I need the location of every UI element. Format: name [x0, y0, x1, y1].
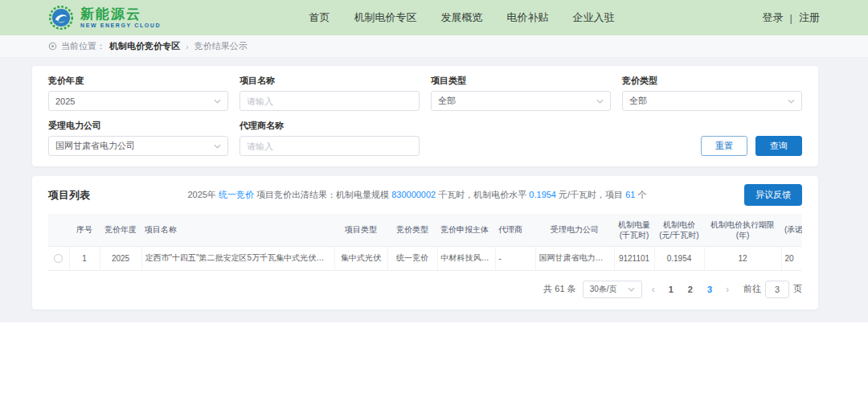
objection-feedback-button[interactable]: 异议反馈 [744, 184, 802, 206]
project-type-value: 全部 [438, 95, 456, 107]
page-size-select[interactable]: 30条/页 [583, 281, 642, 298]
cell-commitment: 20 [781, 246, 802, 270]
page-button-2[interactable]: 2 [684, 285, 697, 294]
chevron-down-icon [214, 99, 221, 104]
cell-mechanism-price: 0.1954 [654, 246, 704, 270]
col-commitment: (承诺 [781, 214, 802, 246]
content-zone: 竞价年度 2025 项目名称 项目类型 全部 竞价类型 [0, 58, 868, 322]
next-page-button[interactable]: › [723, 284, 732, 295]
list-title: 项目列表 [48, 188, 90, 203]
goto-label: 前往 [743, 283, 761, 295]
auth-links: 登录 | 注册 [763, 10, 820, 25]
col-execution-period: 机制电价执行期限(年) [704, 214, 781, 246]
summary-price-level: 0.1954 [529, 190, 556, 199]
field-power-company: 受理电力公司 国网甘肃省电力公司 [48, 120, 228, 156]
bidding-type-label: 竞价类型 [622, 75, 802, 87]
field-project-type: 项目类型 全部 [431, 75, 611, 111]
logo: 新能源云 NEW ENERGY CLOUD [48, 5, 161, 31]
col-declaring-entity: 竞价申报主体 [437, 214, 495, 246]
bidding-year-label: 竞价年度 [48, 75, 228, 87]
bidding-year-select[interactable]: 2025 [48, 91, 228, 111]
search-button[interactable]: 查询 [755, 136, 802, 156]
nav-development-overview[interactable]: 发展概览 [440, 10, 482, 25]
col-project-type: 项目类型 [334, 214, 387, 246]
auth-divider: | [790, 12, 792, 24]
goto-suffix: 页 [793, 283, 802, 295]
breadcrumb-current: 竞价结果公示 [194, 40, 248, 52]
row-radio-button[interactable] [54, 254, 63, 263]
nav-mechanism-price-zone[interactable]: 机制电价专区 [354, 10, 416, 25]
page-button-3-active[interactable]: 3 [703, 285, 716, 294]
col-mechanism-energy: 机制电量(千瓦时) [614, 214, 654, 246]
summary-energy-scale: 830000002 [391, 190, 436, 199]
table-row: 1 2025 定西市"十四五"第二批安定区5万千瓦集中式光伏发电项目 集中式光伏… [48, 246, 802, 270]
cell-project-type: 集中式光伏 [334, 246, 387, 270]
cell-index: 1 [69, 246, 100, 270]
breadcrumb: 当前位置： 机制电价竞价专区 › 竞价结果公示 [0, 35, 868, 58]
agent-name-input[interactable] [247, 141, 412, 151]
nav-home[interactable]: 首页 [309, 10, 330, 25]
chevron-down-icon [628, 287, 635, 292]
page-button-1[interactable]: 1 [665, 285, 678, 294]
table-horizontal-scroll-area[interactable]: 序号 竞价年度 项目名称 项目类型 竞价类型 竞价申报主体 代理商 受理电力公司… [48, 214, 802, 271]
project-list-panel: 项目列表 2025年 统一竞价 项目竞价出清结果：机制电量规模 83000000… [32, 176, 818, 310]
logo-title: 新能源云 [80, 7, 161, 22]
location-icon [48, 42, 57, 51]
col-power-company: 受理电力公司 [535, 214, 614, 246]
cell-execution-period: 12 [704, 246, 781, 270]
radio-column-header [48, 214, 69, 246]
nav-price-subsidy[interactable]: 电价补贴 [506, 10, 548, 25]
col-bidding-year: 竞价年度 [100, 214, 141, 246]
col-project-name: 项目名称 [141, 214, 334, 246]
reset-button[interactable]: 重置 [701, 136, 747, 156]
power-company-value: 国网甘肃省电力公司 [55, 140, 135, 152]
cell-bidding-type: 统一竞价 [387, 246, 437, 270]
breadcrumb-section-link[interactable]: 机制电价竞价专区 [109, 40, 180, 52]
pagination: 共 61 条 30条/页 ‹ 1 2 3 › 前往 页 [48, 271, 802, 301]
clearing-result-summary: 2025年 统一竞价 项目竞价出清结果：机制电量规模 830000002 千瓦时… [90, 189, 744, 201]
prev-page-button[interactable]: ‹ [649, 284, 658, 295]
cell-power-company: 国网甘肃省电力公司 [535, 246, 614, 270]
summary-project-count: 61 [625, 190, 635, 199]
chevron-down-icon [788, 99, 795, 104]
breadcrumb-separator: › [186, 42, 189, 51]
col-index: 序号 [69, 214, 100, 246]
cell-bidding-year: 2025 [100, 246, 141, 270]
goto-page-input[interactable] [765, 281, 789, 298]
field-bidding-type: 竞价类型 全部 [622, 75, 802, 111]
filter-panel: 竞价年度 2025 项目名称 项目类型 全部 竞价类型 [32, 66, 818, 166]
page-size-value: 30条/页 [590, 284, 617, 295]
project-name-input[interactable] [247, 96, 412, 106]
table-header-row: 序号 竞价年度 项目名称 项目类型 竞价类型 竞价申报主体 代理商 受理电力公司… [48, 214, 802, 246]
project-table: 序号 竞价年度 项目名称 项目类型 竞价类型 竞价申报主体 代理商 受理电力公司… [48, 214, 802, 271]
cell-project-name: 定西市"十四五"第二批安定区5万千瓦集中式光伏发电项目 [141, 246, 334, 270]
logo-icon [48, 5, 74, 31]
bidding-type-select[interactable]: 全部 [622, 91, 802, 111]
nav-enterprise-join[interactable]: 企业入驻 [572, 10, 614, 25]
power-company-select[interactable]: 国网甘肃省电力公司 [48, 136, 228, 156]
field-project-name: 项目名称 [240, 75, 420, 111]
cell-mechanism-energy: 9121101 [614, 246, 654, 270]
total-count: 共 61 条 [543, 283, 575, 295]
col-bidding-type: 竞价类型 [387, 214, 437, 246]
bidding-year-value: 2025 [55, 96, 75, 106]
login-link[interactable]: 登录 [763, 10, 784, 25]
bidding-type-value: 全部 [629, 95, 647, 107]
project-type-select[interactable]: 全部 [431, 91, 611, 111]
power-company-label: 受理电力公司 [48, 120, 228, 132]
top-header: 新能源云 NEW ENERGY CLOUD 首页 机制电价专区 发展概览 电价补… [0, 0, 868, 35]
chevron-down-icon [214, 144, 221, 149]
register-link[interactable]: 注册 [799, 10, 820, 25]
main-nav: 首页 机制电价专区 发展概览 电价补贴 企业入驻 [309, 10, 614, 25]
project-type-label: 项目类型 [431, 75, 611, 87]
project-name-label: 项目名称 [240, 75, 420, 87]
breadcrumb-prefix: 当前位置： [61, 40, 105, 52]
summary-bidding-type: 统一竞价 [219, 190, 254, 199]
col-agent: 代理商 [495, 214, 535, 246]
col-mechanism-price: 机制电价(元/千瓦时) [654, 214, 704, 246]
agent-name-label: 代理商名称 [240, 120, 420, 132]
chevron-down-icon [596, 99, 604, 104]
cell-declaring-entity: 中材科技风电... [437, 246, 495, 270]
logo-subtitle: NEW ENERGY CLOUD [80, 22, 161, 29]
cell-agent: - [495, 246, 535, 270]
